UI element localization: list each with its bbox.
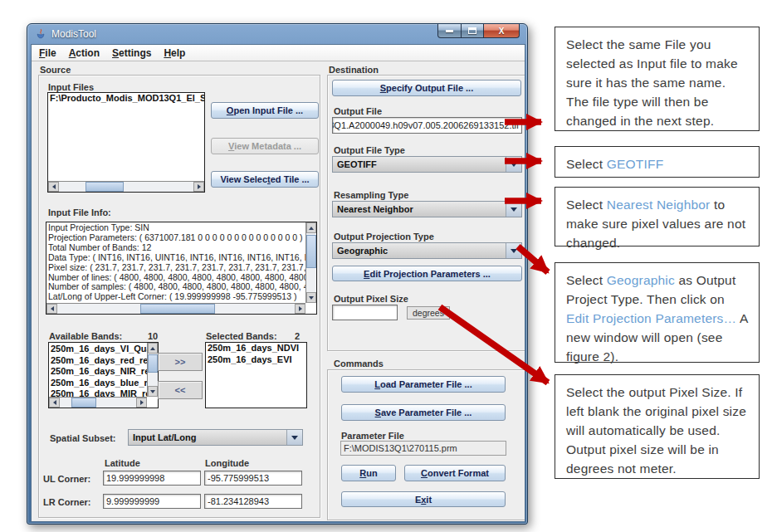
edit-projection-parameters-button[interactable]: Edit Projection Parameters ... (332, 266, 522, 281)
scroll-up-button[interactable] (306, 222, 316, 233)
scroll-thumb[interactable] (86, 182, 124, 192)
lr-latitude-field[interactable]: 9.999999999 (103, 494, 201, 509)
parameter-file-field: F:\MODIS13Q1\270115.prm (340, 441, 506, 456)
scroll-track (60, 398, 136, 408)
latitude-header: Latitude (105, 458, 140, 468)
list-item[interactable]: F:\Producto_Modis_MOD13Q1_El_Salvado (48, 93, 204, 105)
lr-longitude-field[interactable]: -81.234128943 (204, 494, 302, 509)
exit-button[interactable]: Exit (341, 491, 506, 507)
output-projection-type-label: Output Projection Type (334, 232, 434, 242)
available-bands-label: Available Bands: (49, 331, 122, 341)
triangle-left-icon (53, 400, 56, 405)
list-item[interactable]: 250m_16_days_red_refl (49, 355, 147, 367)
scroll-right-button[interactable] (136, 398, 147, 408)
available-bands-list[interactable]: 250m_16_days_VI_Quali 250m_16_days_red_r… (48, 342, 159, 408)
triangle-left-icon (51, 306, 54, 311)
triangle-up-icon (150, 347, 155, 350)
chevron-down-icon (286, 430, 302, 445)
scroll-thumb[interactable] (140, 304, 215, 314)
triangle-down-icon (309, 296, 314, 300)
scroll-left-button[interactable] (48, 182, 59, 192)
scroll-track (57, 304, 295, 314)
info-line: Projection Parameters: ( 6371007.181 0 0… (46, 233, 305, 243)
list-item[interactable]: 250m_16_days_NDVI (206, 343, 306, 354)
list-item[interactable]: 250m_16_days_EVI (206, 354, 306, 366)
title-bar[interactable]: ModisTool X (27, 24, 527, 44)
scroll-thumb[interactable] (306, 235, 316, 268)
scroll-track (59, 182, 193, 192)
list-item[interactable]: 250m_16_days_VI_Quali (49, 344, 147, 355)
menu-file[interactable]: File (39, 47, 56, 59)
longitude-header: Longitude (205, 458, 249, 468)
specify-output-file-button[interactable]: Specify Output File ... (332, 80, 521, 96)
input-files-label: Input Files (48, 82, 94, 92)
menu-settings[interactable]: Settings (112, 47, 151, 59)
load-parameter-file-button[interactable]: Load Parameter File ... (341, 376, 506, 393)
note-output-file: Select the same File you selected as Inp… (555, 27, 760, 131)
info-hscrollbar[interactable] (46, 303, 305, 314)
open-input-file-button[interactable]: Open Input File ... (211, 102, 319, 119)
scroll-left-button[interactable] (49, 398, 60, 408)
input-files-hscrollbar[interactable] (48, 181, 204, 192)
scroll-left-button[interactable] (46, 304, 57, 314)
menu-action[interactable]: Action (69, 47, 100, 59)
info-line: Pixel size: ( 231.7, 231.7, 231.7, 231.7… (46, 263, 305, 273)
add-band-button[interactable]: >> (158, 353, 203, 371)
convert-format-button[interactable]: Convert Format (404, 465, 506, 481)
output-projection-type-select[interactable]: Geographic (332, 242, 522, 259)
bands-vscrollbar[interactable] (147, 343, 158, 397)
list-item[interactable]: 250m_16_days_NIR_refl (49, 366, 147, 378)
output-file-type-value: GEOTIFF (337, 159, 377, 169)
window-title: ModisTool (51, 28, 96, 40)
menu-help[interactable]: Help (164, 47, 185, 59)
scroll-thumb[interactable] (148, 354, 158, 373)
close-button[interactable]: X (484, 24, 520, 38)
close-icon: X (499, 27, 505, 36)
info-line: Data Type: ( INT16, INT16, UINT16, INT16… (46, 253, 305, 263)
scroll-down-button[interactable] (148, 386, 158, 397)
info-vscrollbar[interactable] (305, 222, 316, 303)
output-file-field[interactable]: MOD13Q1.A2000049.h09v07.005.200626913315… (332, 117, 522, 134)
triangle-left-icon (52, 184, 56, 189)
ul-longitude-field[interactable]: -95.775999513 (204, 471, 302, 486)
ul-latitude-field[interactable]: 19.999999998 (103, 471, 201, 486)
bands-hscrollbar[interactable] (49, 397, 147, 408)
triangle-down-icon (150, 390, 155, 393)
pixel-size-unit-badge: degrees (407, 306, 450, 320)
destination-section-label: Destination (329, 65, 379, 75)
remove-band-button[interactable]: << (158, 381, 203, 399)
spatial-subset-value: Input Lat/Long (133, 432, 196, 442)
scroll-down-button[interactable] (306, 292, 316, 303)
view-selected-tile-button[interactable]: View Selected Tile ... (211, 171, 319, 188)
parameter-file-label: Parameter File (341, 431, 404, 441)
scroll-up-button[interactable] (148, 343, 158, 354)
input-file-info-area[interactable]: Input Projection Type: SIN Projection Pa… (46, 222, 317, 315)
info-line: Number of lines: ( 4800, 4800, 4800, 480… (46, 273, 305, 283)
commands-section-label: Commands (334, 359, 384, 368)
resampling-type-select[interactable]: Nearest Neighbor (332, 201, 522, 217)
scroll-thumb[interactable] (71, 398, 96, 408)
scroll-track (306, 233, 316, 292)
selected-bands-count: 2 (295, 331, 300, 341)
list-item[interactable]: 250m_16_days_blue_ref (49, 378, 147, 389)
triangle-right-icon (299, 306, 302, 311)
output-file-type-select[interactable]: GEOTIFF (332, 156, 522, 173)
info-line: Number of samples: ( 4800, 4800, 4800, 4… (46, 282, 305, 292)
input-files-list[interactable]: F:\Producto_Modis_MOD13Q1_El_Salvado (47, 92, 205, 193)
maximize-button[interactable] (462, 24, 484, 38)
chevron-down-icon (506, 157, 521, 172)
spatial-subset-select[interactable]: Input Lat/Long (128, 429, 303, 446)
info-line: Total Number of Bands: 12 (46, 243, 305, 253)
note-geographic: Select Geographic as Output Project Type… (555, 262, 760, 363)
save-parameter-file-button[interactable]: Save Parameter File ... (341, 404, 506, 421)
spatial-subset-label: Spatial Subset: (50, 433, 115, 443)
scroll-right-button[interactable] (193, 182, 204, 192)
chevron-down-icon (506, 243, 521, 258)
list-item[interactable]: 250m_16_days_MIR_refl (49, 388, 147, 397)
run-button[interactable]: Run (341, 465, 396, 481)
view-metadata-button[interactable]: View Metadata ... (211, 138, 319, 154)
minimize-button[interactable] (437, 24, 462, 38)
scroll-right-button[interactable] (295, 304, 305, 314)
selected-bands-list[interactable]: 250m_16_days_NDVI 250m_16_days_EVI (205, 342, 307, 408)
output-pixel-size-field[interactable] (332, 305, 398, 320)
